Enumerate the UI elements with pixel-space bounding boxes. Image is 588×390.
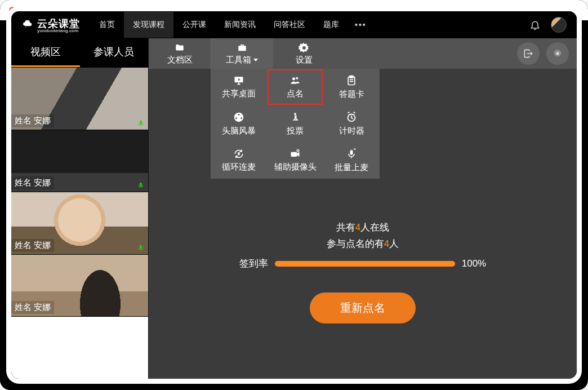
cloud-icon — [21, 20, 34, 30]
chevron-down-icon — [253, 59, 258, 61]
nav-discover[interactable]: 发现课程 — [124, 12, 173, 38]
menu-label: 投票 — [287, 126, 304, 136]
logo: 云朵课堂 yunduoketang.com — [21, 17, 80, 33]
svg-rect-5 — [350, 76, 354, 78]
app-window: 云朵课堂 yunduoketang.com 首页 发现课程 公开课 新闻资讯 问… — [0, 0, 588, 390]
gear-icon — [299, 42, 310, 54]
tool-settings[interactable]: 设置 — [273, 38, 335, 69]
video-list: 姓名 安娜 姓名 安娜 姓名 安娜 — [11, 67, 148, 379]
main-panel: 文档区 工具箱 设置 — [149, 38, 577, 379]
menu-aux-camera[interactable]: 辅助摄像头 — [267, 142, 323, 179]
nav-open[interactable]: 公开课 — [173, 12, 215, 38]
camera-plus-icon — [288, 148, 302, 159]
signin-rate-label: 签到率 — [239, 257, 268, 270]
menu-roll-call[interactable]: 点名 — [267, 69, 323, 105]
svg-point-3 — [296, 77, 298, 79]
tab-attendees[interactable]: 参课人员 — [80, 38, 149, 67]
hand-tap-icon — [289, 111, 301, 123]
nav-news[interactable]: 新闻资讯 — [215, 12, 265, 38]
menu-vote[interactable]: 投票 — [267, 105, 323, 142]
nav-qa[interactable]: 问答社区 — [265, 12, 314, 38]
menu-timer[interactable]: 计时器 — [323, 105, 380, 142]
topbar-right — [529, 17, 567, 33]
video-tile[interactable]: 姓名 安娜 — [11, 130, 148, 192]
menu-share-screen[interactable]: 共享桌面 — [211, 69, 267, 105]
left-tabs: 视频区 参课人员 — [11, 38, 148, 67]
alarm-clock-icon — [345, 111, 358, 123]
nav-home[interactable]: 首页 — [90, 12, 124, 38]
left-panel: 视频区 参课人员 姓名 安娜 姓名 安娜 — [11, 38, 149, 379]
tool-toolbox[interactable]: 工具箱 — [211, 38, 273, 69]
menu-brainstorm[interactable]: 头脑风暴 — [211, 105, 267, 142]
folder-icon — [173, 42, 186, 54]
tool-docs[interactable]: 文档区 — [149, 38, 211, 69]
svg-rect-13 — [291, 152, 297, 157]
signin-percent: 100% — [462, 258, 486, 269]
svg-point-7 — [238, 114, 240, 116]
mic-on-icon — [137, 181, 145, 189]
menu-label: 答题卡 — [339, 89, 364, 100]
people-icon — [288, 75, 302, 86]
mic-up-icon — [346, 148, 357, 160]
menu-answer-card[interactable]: 答题卡 — [323, 69, 380, 105]
mic-on-icon — [137, 119, 145, 127]
video-label: 姓名 安娜 — [11, 301, 54, 314]
logo-subtext: yunduoketang.com — [37, 28, 80, 33]
mic-on-icon — [137, 244, 145, 252]
svg-point-2 — [292, 77, 295, 80]
retry-rollcall-button[interactable]: 重新点名 — [310, 292, 416, 323]
settings-button[interactable] — [546, 42, 569, 65]
toolbar-right — [517, 42, 577, 65]
menu-label: 辅助摄像头 — [274, 162, 317, 172]
video-tile[interactable]: 姓名 安娜 — [11, 67, 148, 130]
menu-label: 计时器 — [339, 126, 364, 136]
tool-toolbox-label: 工具箱 — [226, 55, 258, 65]
video-label: 姓名 安娜 — [11, 176, 54, 189]
app-frame: 云朵课堂 yunduoketang.com 首页 发现课程 公开课 新闻资讯 问… — [11, 11, 577, 379]
svg-point-10 — [294, 113, 296, 115]
video-label: 姓名 安娜 — [11, 239, 54, 252]
menu-label: 循环连麦 — [222, 162, 256, 172]
clipboard-icon — [346, 74, 357, 87]
menu-batch-mic[interactable]: 批量上麦 — [323, 142, 380, 179]
monitor-share-icon — [232, 75, 246, 86]
menu-label: 点名 — [287, 88, 304, 99]
participate-count-line: 参与点名的有4人 — [327, 237, 399, 250]
svg-rect-12 — [238, 152, 239, 156]
video-tile[interactable]: 姓名 安娜 — [11, 254, 148, 317]
svg-point-8 — [235, 117, 237, 119]
avatar[interactable] — [551, 17, 567, 33]
video-tile[interactable]: 姓名 安娜 — [11, 192, 148, 254]
signin-progress-bar — [275, 261, 455, 267]
menu-label: 批量上麦 — [335, 162, 368, 173]
nav: 首页 发现课程 公开课 新闻资讯 问答社区 题库 ••• — [90, 12, 373, 38]
tool-settings-label: 设置 — [296, 55, 313, 65]
menu-loop-mic[interactable]: 循环连麦 — [211, 142, 267, 179]
video-tile-empty — [11, 316, 148, 379]
body: 视频区 参课人员 姓名 安娜 姓名 安娜 — [11, 38, 577, 379]
toolbox-dropdown: 共享桌面 点名 答题卡 头脑风暴 — [211, 69, 380, 179]
menu-label: 共享桌面 — [222, 88, 256, 99]
topbar: 云朵课堂 yunduoketang.com 首页 发现课程 公开课 新闻资讯 问… — [11, 11, 577, 38]
tool-docs-label: 文档区 — [167, 55, 193, 65]
bell-icon[interactable] — [529, 19, 541, 30]
online-count-line: 共有4人在线 — [336, 221, 389, 234]
loop-mic-icon — [232, 148, 246, 159]
menu-label: 头脑风暴 — [222, 126, 256, 136]
video-label: 姓名 安娜 — [11, 114, 54, 127]
tab-video-area[interactable]: 视频区 — [11, 38, 80, 67]
svg-rect-15 — [350, 150, 353, 154]
film-reel-icon — [233, 111, 245, 123]
exit-button[interactable] — [517, 42, 540, 65]
nav-bank[interactable]: 题库 — [314, 12, 348, 38]
nav-more-icon[interactable]: ••• — [348, 12, 373, 37]
main-toolbar: 文档区 工具箱 设置 — [149, 38, 577, 69]
signin-rate-row: 签到率 100% — [239, 257, 486, 270]
briefcase-icon — [236, 42, 248, 54]
svg-point-9 — [240, 117, 242, 119]
